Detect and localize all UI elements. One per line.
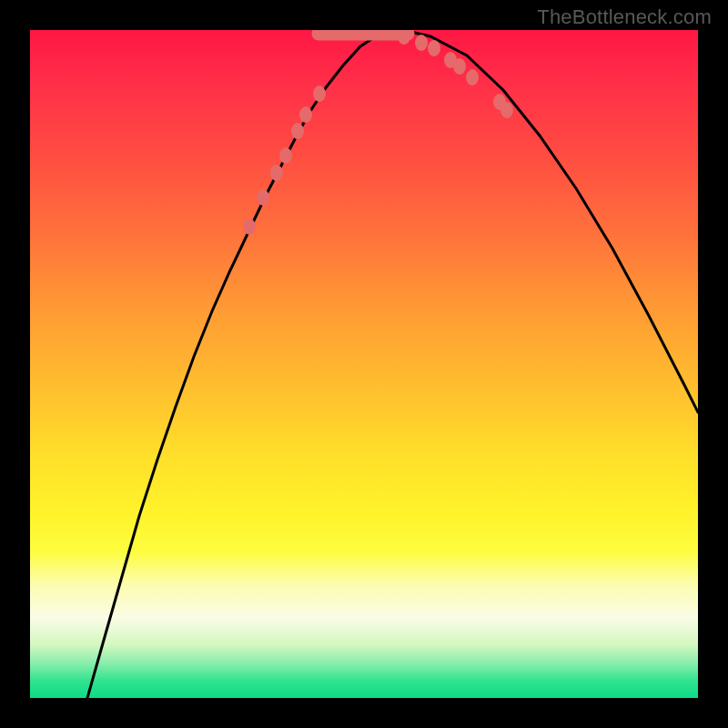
bead-marker xyxy=(243,218,256,235)
plot-area xyxy=(30,30,698,698)
watermark-text: TheBottleneck.com xyxy=(537,5,712,29)
bead-marker xyxy=(466,69,479,86)
bead-marker xyxy=(270,165,283,181)
curve-svg xyxy=(30,30,698,698)
bead-marker xyxy=(299,106,312,123)
bead-marker xyxy=(279,147,292,164)
chart-frame: TheBottleneck.com xyxy=(0,0,728,728)
bead-marker xyxy=(313,86,326,102)
bead-marker xyxy=(453,58,466,75)
bottleneck-curve xyxy=(87,30,698,698)
bead-marker xyxy=(415,35,428,51)
bead-marker xyxy=(398,30,410,45)
bead-marker xyxy=(500,102,513,118)
bead-marker xyxy=(257,189,269,206)
bead-marker xyxy=(291,123,304,139)
bead-marker xyxy=(428,40,440,56)
